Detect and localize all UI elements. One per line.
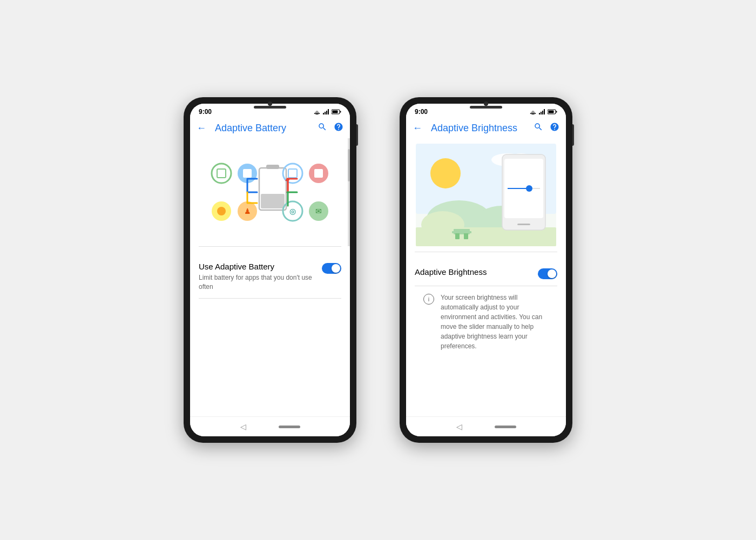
svg-rect-12 [243, 169, 252, 178]
svg-text:✉: ✉ [315, 207, 322, 215]
svg-rect-22 [288, 169, 297, 178]
svg-rect-17 [261, 194, 285, 208]
phone-2: 9:00 [400, 97, 572, 443]
setting-2-text: Adaptive Brightness [415, 267, 529, 279]
svg-rect-6 [333, 111, 338, 113]
camera [268, 102, 272, 106]
svg-text:♟: ♟ [244, 207, 251, 215]
svg-point-38 [430, 158, 461, 188]
svg-point-51 [526, 185, 532, 192]
app-bar-1: ← Adaptive Battery [190, 118, 350, 138]
phone-1: 9:00 [184, 97, 356, 443]
battery-status-icon [332, 109, 341, 114]
scrollbar-thumb-1 [348, 149, 350, 181]
svg-rect-3 [328, 109, 329, 114]
info-section-2: i Your screen brightness will automatica… [415, 286, 557, 357]
svg-text:◎: ◎ [289, 207, 296, 215]
svg-rect-23 [314, 169, 323, 178]
phone-1-screen: 9:00 [190, 104, 350, 436]
nav-back-1[interactable]: ◁ [240, 422, 246, 431]
svg-rect-5 [340, 111, 341, 113]
phones-container: 9:00 [184, 97, 572, 443]
svg-rect-52 [517, 224, 530, 225]
settings-section-1: Use Adaptive Battery Limit battery for a… [190, 247, 350, 416]
setting-2-title: Adaptive Brightness [415, 267, 529, 276]
adaptive-brightness-toggle[interactable] [538, 268, 557, 279]
brightness-illustration-container [406, 138, 566, 252]
app-bar-icons-2 [534, 122, 559, 134]
setting-1-desc: Limit battery for apps that you don't us… [199, 273, 313, 292]
nav-back-2[interactable]: ◁ [456, 422, 462, 431]
svg-point-7 [212, 164, 231, 183]
scrollbar-1[interactable] [348, 138, 350, 246]
svg-rect-29 [544, 109, 545, 114]
info-icon-2: i [423, 294, 434, 305]
signal-icon-2 [539, 109, 545, 114]
app-title-1: Adaptive Battery [215, 123, 318, 134]
status-time-1: 9:00 [199, 108, 212, 116]
back-button-2[interactable]: ← [413, 123, 422, 134]
signal-icon [323, 109, 329, 114]
nav-home-2[interactable] [495, 426, 516, 428]
svg-rect-31 [556, 111, 557, 113]
phone-2-screen: 9:00 [406, 104, 566, 436]
app-bar-2: ← Adaptive Brightness [406, 118, 566, 138]
svg-rect-26 [539, 113, 540, 114]
svg-rect-27 [541, 112, 542, 114]
search-button-2[interactable] [534, 122, 543, 134]
svg-rect-16 [266, 165, 279, 169]
svg-rect-11 [217, 169, 226, 178]
toggle-knob-2 [548, 269, 556, 278]
svg-rect-2 [326, 111, 327, 114]
search-button-1[interactable] [318, 122, 327, 134]
status-icons-2 [529, 109, 557, 114]
svg-rect-44 [455, 233, 460, 239]
speaker-2 [470, 106, 502, 109]
help-button-2[interactable] [550, 122, 559, 134]
svg-rect-46 [452, 231, 471, 233]
battery-illustration-svg: ♟ ◎ ✉ [200, 149, 340, 235]
nav-bar-2: ◁ [406, 416, 566, 436]
svg-rect-32 [549, 111, 554, 113]
battery-status-icon-2 [548, 109, 557, 114]
wifi-icon-2 [529, 109, 537, 114]
setting-1-title: Use Adaptive Battery [199, 262, 313, 271]
brightness-illustration-svg [416, 144, 556, 246]
status-time-2: 9:00 [415, 108, 428, 116]
svg-rect-0 [323, 113, 324, 114]
app-bar-icons-1 [318, 122, 343, 134]
adaptive-battery-toggle[interactable] [322, 263, 341, 274]
settings-section-2: Adaptive Brightness i Your screen bright… [406, 252, 566, 416]
app-title-2: Adaptive Brightness [431, 123, 534, 134]
camera-2 [484, 102, 488, 106]
battery-illustration-container: ♟ ◎ ✉ [190, 138, 350, 246]
svg-rect-45 [464, 233, 468, 239]
back-button-1[interactable]: ← [197, 123, 206, 134]
info-text-2: Your screen brightness will automaticall… [441, 293, 549, 351]
status-icons-1 [313, 109, 341, 114]
adaptive-battery-setting[interactable]: Use Adaptive Battery Limit battery for a… [199, 255, 341, 299]
setting-1-text: Use Adaptive Battery Limit battery for a… [199, 262, 313, 292]
svg-rect-28 [542, 111, 543, 114]
nav-bar-1: ◁ [190, 416, 350, 436]
adaptive-brightness-setting[interactable]: Adaptive Brightness [415, 261, 557, 286]
svg-rect-1 [325, 112, 326, 114]
wifi-icon [313, 109, 321, 114]
nav-home-1[interactable] [279, 426, 300, 428]
svg-point-13 [217, 207, 226, 215]
speaker [254, 106, 286, 109]
toggle-knob-1 [332, 264, 340, 273]
help-button-1[interactable] [334, 122, 343, 134]
